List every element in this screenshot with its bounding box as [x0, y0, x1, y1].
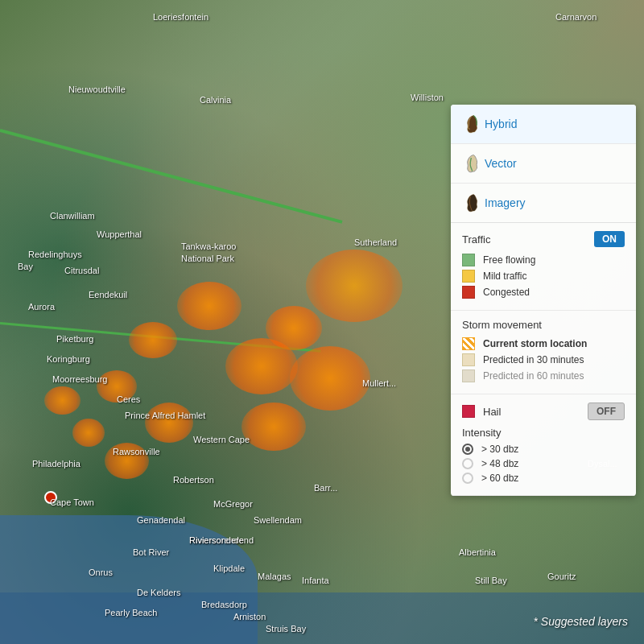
radio-48[interactable] [462, 458, 473, 469]
storm-patch [266, 306, 322, 350]
map-type-hybrid[interactable]: Hybrid [451, 105, 636, 144]
map-label: Swellendam [254, 515, 302, 525]
hybrid-icon [462, 113, 485, 135]
map-label: Piketburg [56, 334, 93, 344]
intensity-title: Intensity [462, 427, 625, 439]
map-label: Wupperthal [97, 229, 142, 239]
map-label: Arniston [233, 612, 266, 621]
intensity-48[interactable]: > 48 dbz [462, 458, 625, 469]
traffic-toggle[interactable]: ON [594, 231, 625, 247]
layers-panel: Hybrid Vector Imagery Traffic [451, 105, 636, 496]
legend-free-flowing: Free flowing [462, 254, 625, 266]
map-label: Calvinia [200, 95, 231, 105]
map-label: Loeriesfontein [153, 12, 208, 22]
storm-title: Storm movement [462, 319, 625, 331]
map-label: Sutherland [354, 237, 397, 247]
map-label: Tankwa-karoo [181, 242, 236, 251]
map-label: Bot River [133, 547, 169, 557]
map-label: Klipdale [213, 564, 245, 573]
predicted-30-label: Predicted in 30 minutes [483, 354, 584, 365]
map-label: Ceres [117, 394, 140, 404]
map-type-section: Hybrid Vector Imagery [451, 105, 636, 223]
map-label: Still Bay [475, 576, 507, 585]
map-label: Cape Town [50, 497, 94, 507]
map-label: De Kelders [137, 588, 180, 597]
legend-mild-traffic: Mild traffic [462, 270, 625, 283]
map-label: Genadendal [137, 515, 185, 525]
legend-congested: Congested [462, 286, 625, 299]
imagery-label: Imagery [485, 196, 526, 209]
map-label: Bay [18, 262, 33, 271]
intensity-30-label: > 30 dbz [481, 444, 518, 455]
radio-60[interactable] [462, 473, 473, 484]
intensity-30[interactable]: > 30 dbz [462, 444, 625, 455]
map-label: Barr... [314, 483, 337, 493]
imagery-icon [462, 192, 485, 214]
intensity-48-label: > 48 dbz [481, 458, 518, 469]
map-label: National Park [181, 254, 234, 263]
map-label: Bredasdorp [201, 600, 247, 609]
hail-toggle[interactable]: OFF [588, 402, 625, 420]
map-label: Malagas [258, 572, 291, 581]
map-label: Gouritz [547, 572, 576, 581]
hail-left: Hail [462, 405, 501, 418]
map-label: Eendekuil [89, 290, 127, 299]
hail-section: Hail OFF Intensity > 30 dbz > 48 dbz > 6… [451, 394, 636, 496]
map-label: Moorreesburg [52, 374, 107, 384]
radio-inner-30 [465, 447, 470, 452]
map-label: Nieuwoudtville [68, 85, 126, 94]
map-label: Robertson [173, 475, 214, 485]
map-label: Infanta [302, 576, 329, 585]
free-flowing-label: Free flowing [483, 254, 535, 266]
traffic-section: Traffic ON Free flowing Mild traffic Con… [451, 223, 636, 311]
storm-patch [129, 322, 177, 358]
map-label: Clanwilliam [50, 211, 95, 221]
intensity-60-label: > 60 dbz [481, 473, 518, 484]
storm-patch [177, 282, 242, 330]
storm-patch [306, 250, 402, 322]
mild-traffic-color [462, 270, 475, 283]
free-flowing-color [462, 254, 475, 266]
map-type-vector[interactable]: Vector [451, 144, 636, 184]
legend-predicted-60: Predicted in 60 minutes [462, 369, 625, 382]
storm-patch [145, 402, 193, 443]
map-label: Struis Bay [266, 624, 306, 634]
congested-label: Congested [483, 287, 530, 298]
map-label: Redelinghuys [28, 250, 82, 259]
map-type-imagery[interactable]: Imagery [451, 184, 636, 222]
current-storm-icon [462, 337, 475, 350]
legend-current-storm: Current storm location [462, 337, 625, 350]
current-storm-label: Current storm location [483, 338, 587, 349]
predicted-30-icon [462, 353, 475, 366]
hail-label: Hail [483, 406, 501, 418]
map-label: Riviersonderend [189, 535, 254, 545]
map-label: Citrusdal [64, 266, 99, 275]
map-label: Onrus [89, 568, 113, 577]
storm-patch [72, 419, 105, 447]
hail-row: Hail OFF [462, 402, 625, 420]
predicted-60-icon [462, 369, 475, 382]
mild-traffic-label: Mild traffic [483, 270, 526, 282]
vector-label: Vector [485, 157, 517, 170]
map-label: Prince Alfred Hamlet [125, 411, 205, 420]
hail-color-box [462, 405, 475, 418]
map-label: McGregor [213, 499, 253, 509]
suggested-layers-text: * Suggested layers [533, 615, 628, 628]
map-label: Williston [411, 93, 444, 102]
map-label: Western Cape [193, 435, 250, 444]
map-label: Albertinia [459, 547, 496, 557]
congested-color [462, 286, 475, 299]
predicted-60-label: Predicted in 60 minutes [483, 370, 584, 382]
intensity-60[interactable]: > 60 dbz [462, 473, 625, 484]
traffic-header: Traffic ON [462, 231, 625, 247]
map-label: Aurora [28, 302, 55, 312]
legend-predicted-30: Predicted in 30 minutes [462, 353, 625, 366]
radio-30[interactable] [462, 444, 473, 455]
vector-icon [462, 152, 485, 175]
map-label: Koringburg [47, 354, 90, 364]
traffic-title: Traffic [462, 233, 490, 246]
map-label: Carnarvon [555, 12, 597, 22]
storm-patch [242, 402, 306, 451]
map-label: Philadelphia [32, 459, 80, 469]
map-label: Mullert... [362, 378, 396, 388]
